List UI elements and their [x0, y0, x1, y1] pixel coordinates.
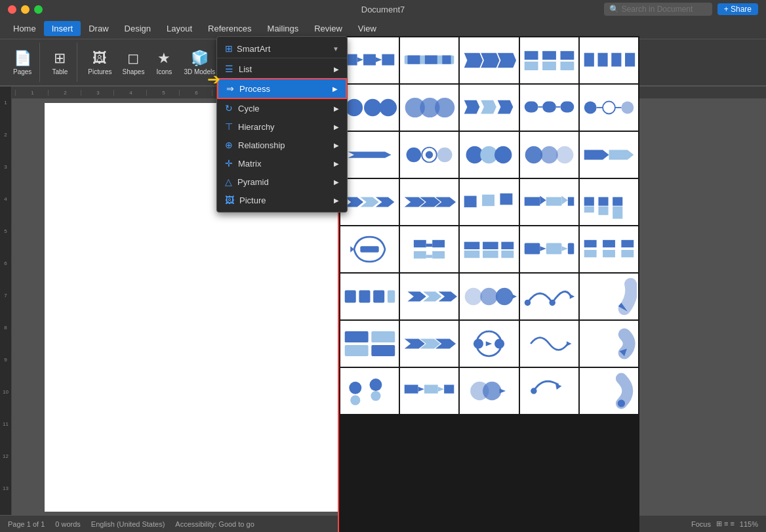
process-cell-10[interactable] [580, 85, 638, 131]
menu-item-matrix-left: ✛ Matrix [225, 158, 261, 169]
process-cell-33[interactable] [460, 321, 518, 367]
nav-view[interactable]: View [350, 21, 384, 36]
process-cell-39[interactable] [520, 368, 578, 414]
process-cell-24[interactable] [520, 226, 578, 272]
svg-rect-60 [464, 196, 477, 207]
process-cell-11[interactable] [340, 132, 399, 178]
share-button[interactable]: + Share [717, 3, 758, 15]
process-cell-16[interactable] [340, 179, 399, 225]
svg-rect-64 [500, 194, 513, 205]
ribbon-pages[interactable]: 📄 Pages [9, 44, 35, 81]
process-cell-6[interactable] [340, 85, 399, 131]
pages-icon: 📄 [14, 50, 31, 67]
svg-rect-104 [373, 291, 384, 303]
process-cell-21[interactable] [340, 226, 399, 272]
svg-marker-135 [418, 386, 424, 392]
shapes-icon: ◻ [127, 50, 139, 67]
svg-rect-17 [560, 62, 574, 70]
svg-rect-85 [464, 242, 480, 249]
process-cell-18[interactable] [460, 179, 518, 225]
menu-item-relationship[interactable]: ⊕ Relationship ▶ [217, 136, 347, 154]
svg-rect-70 [568, 197, 574, 205]
process-cell-32[interactable] [400, 321, 458, 367]
process-cell-40[interactable] [580, 368, 638, 414]
ribbon-icons[interactable]: ★ Icons [151, 44, 177, 81]
process-cell-36[interactable] [340, 368, 399, 414]
ruler-num-3: 3 [4, 164, 7, 170]
ruler-num-5: 5 [4, 228, 7, 234]
svg-marker-128 [567, 341, 572, 346]
close-button[interactable] [8, 5, 16, 14]
search-bar[interactable]: 🔍 [604, 3, 712, 16]
process-cell-1[interactable] [340, 37, 399, 83]
process-cell-3[interactable] [460, 37, 518, 83]
nav-home[interactable]: Home [5, 21, 44, 36]
svg-point-143 [531, 388, 536, 394]
process-cell-26[interactable] [340, 274, 399, 319]
search-input[interactable] [622, 5, 707, 14]
process-cell-25[interactable] [580, 226, 638, 272]
svg-marker-112 [512, 294, 517, 299]
process-cell-30[interactable] [580, 274, 638, 319]
smartart-dropdown: ⊞ SmartArt ▼ ☰ List ▶ ⇒ Process ▶ ↻ Cycl… [216, 36, 348, 213]
menu-item-process[interactable]: ⇒ Process ▶ [217, 78, 347, 99]
menu-item-list[interactable]: ☰ List ▶ [217, 60, 347, 78]
menu-item-pyramid[interactable]: △ Pyramid ▶ [217, 173, 347, 191]
svg-point-36 [584, 102, 597, 114]
ribbon-pictures[interactable]: 🖼 Pictures [84, 44, 115, 81]
menu-item-hierarchy-left: ⊤ Hierarchy [225, 121, 275, 132]
process-cell-23[interactable] [460, 226, 518, 272]
process-cell-38[interactable] [460, 368, 518, 414]
process-cell-35[interactable] [580, 321, 638, 367]
process-cell-9[interactable] [520, 85, 578, 131]
process-cell-8[interactable] [460, 85, 518, 131]
minimize-button[interactable] [21, 5, 30, 14]
menu-item-hierarchy[interactable]: ⊤ Hierarchy ▶ [217, 117, 347, 136]
nav-draw[interactable]: Draw [81, 21, 116, 36]
svg-rect-119 [345, 345, 369, 356]
process-cell-14[interactable] [520, 132, 578, 178]
process-cell-15[interactable] [580, 132, 638, 178]
view-icons[interactable]: ⊞ ≡ ≡ [716, 520, 735, 528]
process-cell-22[interactable] [400, 226, 458, 272]
svg-rect-12 [524, 51, 538, 60]
pages-label: Pages [13, 68, 31, 75]
process-cell-37[interactable] [400, 368, 458, 414]
process-cell-5[interactable] [580, 37, 638, 83]
nav-insert[interactable]: Insert [44, 21, 81, 36]
nav-references[interactable]: References [200, 21, 259, 36]
menu-item-matrix[interactable]: ✛ Matrix ▶ [217, 154, 347, 173]
nav-layout[interactable]: Layout [159, 21, 200, 36]
process-cell-2[interactable] [400, 37, 458, 83]
document-title: Document7 [361, 5, 405, 14]
menu-item-picture[interactable]: 🖼 Picture ▶ [217, 191, 347, 209]
ruler-num-10: 10 [3, 389, 9, 395]
process-cell-4[interactable] [520, 37, 578, 83]
nav-review[interactable]: Review [306, 21, 350, 36]
process-cell-13[interactable] [460, 132, 518, 178]
process-cell-12[interactable] [400, 132, 458, 178]
process-cell-17[interactable] [400, 179, 458, 225]
process-cell-27[interactable] [400, 274, 458, 319]
hierarchy-icon: ⊤ [225, 121, 233, 132]
process-cell-34[interactable] [520, 321, 578, 367]
menu-item-relationship-left: ⊕ Relationship [225, 140, 285, 150]
nav-design[interactable]: Design [117, 21, 159, 36]
svg-rect-98 [603, 240, 615, 247]
nav-mailings[interactable]: Mailings [260, 21, 307, 36]
process-cell-28[interactable] [460, 274, 518, 319]
process-cell-29[interactable] [520, 274, 578, 319]
ribbon-shapes[interactable]: ◻ Shapes [118, 44, 148, 81]
process-cell-20[interactable] [580, 179, 638, 225]
ribbon-table[interactable]: ⊞ Table [47, 44, 73, 81]
svg-marker-53 [609, 150, 634, 159]
process-cell-31[interactable] [340, 321, 399, 367]
menu-item-cycle[interactable]: ↻ Cycle ▶ [217, 99, 347, 117]
process-cell-7[interactable] [400, 85, 458, 131]
focus-mode[interactable]: Focus [691, 520, 711, 528]
maximize-button[interactable] [34, 5, 43, 14]
picture-arrow: ▶ [334, 197, 339, 204]
svg-marker-10 [481, 53, 500, 68]
svg-rect-87 [483, 242, 499, 249]
process-cell-19[interactable] [520, 179, 578, 225]
